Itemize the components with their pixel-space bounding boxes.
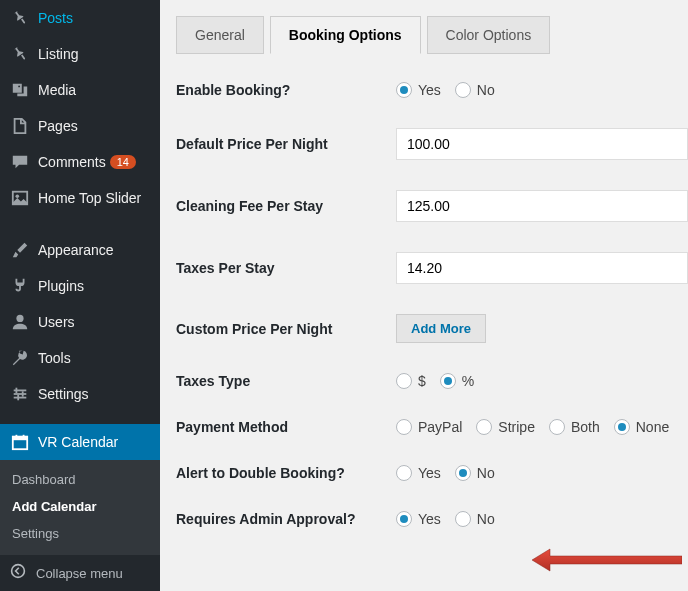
media-icon (10, 80, 30, 100)
radio-dot (396, 82, 412, 98)
menu-label: Tools (38, 350, 71, 366)
payment-method-paypal-radio[interactable]: PayPal (396, 419, 462, 435)
svg-point-3 (16, 315, 23, 322)
page-icon (10, 116, 30, 136)
menu-item-settings[interactable]: Settings (0, 376, 160, 412)
radio-dot (549, 419, 565, 435)
svg-point-14 (12, 565, 25, 578)
admin-approval-label: Requires Admin Approval? (176, 511, 396, 527)
collapse-icon (10, 563, 30, 583)
comments-badge: 14 (110, 155, 136, 169)
radio-dot (396, 465, 412, 481)
svg-rect-12 (16, 435, 18, 439)
menu-item-comments[interactable]: Comments 14 (0, 144, 160, 180)
pin-icon (10, 44, 30, 64)
svg-rect-9 (17, 395, 19, 400)
add-more-button[interactable]: Add More (396, 314, 486, 343)
menu-label: Listing (38, 46, 78, 62)
default-price-label: Default Price Per Night (176, 136, 396, 152)
menu-item-plugins[interactable]: Plugins (0, 268, 160, 304)
main-content: General Booking Options Color Options En… (160, 0, 688, 591)
admin-approval-yes-radio[interactable]: Yes (396, 511, 441, 527)
image-icon (10, 188, 30, 208)
menu-item-listing[interactable]: Listing (0, 36, 160, 72)
svg-point-0 (18, 86, 20, 88)
payment-method-both-radio[interactable]: Both (549, 419, 600, 435)
menu-label: VR Calendar (38, 434, 118, 450)
svg-rect-8 (22, 391, 24, 396)
custom-price-label: Custom Price Per Night (176, 321, 396, 337)
svg-rect-7 (16, 388, 18, 393)
admin-sidebar: Posts Listing Media Pages Comments 14 Ho… (0, 0, 160, 591)
menu-item-posts[interactable]: Posts (0, 0, 160, 36)
radio-dot (455, 465, 471, 481)
radio-dot (614, 419, 630, 435)
radio-dot (396, 511, 412, 527)
enable-booking-no-radio[interactable]: No (455, 82, 495, 98)
comment-icon (10, 152, 30, 172)
collapse-menu-button[interactable]: Collapse menu (0, 555, 160, 591)
submenu-item-dashboard[interactable]: Dashboard (0, 466, 160, 493)
cleaning-fee-input[interactable] (396, 190, 688, 222)
menu-item-home-top-slider[interactable]: Home Top Slider (0, 180, 160, 216)
calendar-icon (10, 432, 30, 452)
tab-color-options[interactable]: Color Options (427, 16, 551, 54)
brush-icon (10, 240, 30, 260)
menu-item-vr-calendar[interactable]: VR Calendar (0, 424, 160, 460)
plug-icon (10, 276, 30, 296)
taxes-type-label: Taxes Type (176, 373, 396, 389)
taxes-per-stay-label: Taxes Per Stay (176, 260, 396, 276)
user-icon (10, 312, 30, 332)
svg-rect-6 (14, 397, 27, 399)
menu-label: Pages (38, 118, 78, 134)
alert-double-yes-radio[interactable]: Yes (396, 465, 441, 481)
menu-label: Comments (38, 154, 106, 170)
settings-icon (10, 384, 30, 404)
radio-dot (455, 82, 471, 98)
menu-item-media[interactable]: Media (0, 72, 160, 108)
menu-item-appearance[interactable]: Appearance (0, 232, 160, 268)
menu-label: Appearance (38, 242, 114, 258)
menu-item-tools[interactable]: Tools (0, 340, 160, 376)
tabs: General Booking Options Color Options (176, 16, 688, 54)
cleaning-fee-label: Cleaning Fee Per Stay (176, 198, 396, 214)
taxes-per-stay-input[interactable] (396, 252, 688, 284)
taxes-type-percent-radio[interactable]: % (440, 373, 474, 389)
alert-double-no-radio[interactable]: No (455, 465, 495, 481)
payment-method-label: Payment Method (176, 419, 396, 435)
default-price-input[interactable] (396, 128, 688, 160)
menu-label: Media (38, 82, 76, 98)
admin-approval-no-radio[interactable]: No (455, 511, 495, 527)
tool-icon (10, 348, 30, 368)
menu-label: Posts (38, 10, 73, 26)
pin-icon (10, 8, 30, 28)
taxes-type-dollar-radio[interactable]: $ (396, 373, 426, 389)
tab-general[interactable]: General (176, 16, 264, 54)
svg-rect-13 (23, 435, 25, 439)
menu-item-pages[interactable]: Pages (0, 108, 160, 144)
radio-dot (440, 373, 456, 389)
svg-rect-5 (14, 393, 27, 395)
radio-dot (396, 419, 412, 435)
annotation-arrow-icon (532, 547, 682, 573)
menu-label: Users (38, 314, 75, 330)
radio-dot (455, 511, 471, 527)
radio-dot (396, 373, 412, 389)
enable-booking-yes-radio[interactable]: Yes (396, 82, 441, 98)
collapse-label: Collapse menu (36, 566, 123, 581)
menu-label: Plugins (38, 278, 84, 294)
svg-rect-11 (13, 437, 27, 441)
payment-method-none-radio[interactable]: None (614, 419, 669, 435)
enable-booking-label: Enable Booking? (176, 82, 396, 98)
payment-method-stripe-radio[interactable]: Stripe (476, 419, 535, 435)
menu-label: Home Top Slider (38, 190, 141, 206)
submenu-item-settings[interactable]: Settings (0, 520, 160, 547)
alert-double-booking-label: Alert to Double Booking? (176, 465, 396, 481)
menu-item-users[interactable]: Users (0, 304, 160, 340)
radio-dot (476, 419, 492, 435)
menu-label: Settings (38, 386, 89, 402)
tab-booking-options[interactable]: Booking Options (270, 16, 421, 54)
svg-point-2 (16, 194, 20, 198)
submenu-item-add-calendar[interactable]: Add Calendar (0, 493, 160, 520)
